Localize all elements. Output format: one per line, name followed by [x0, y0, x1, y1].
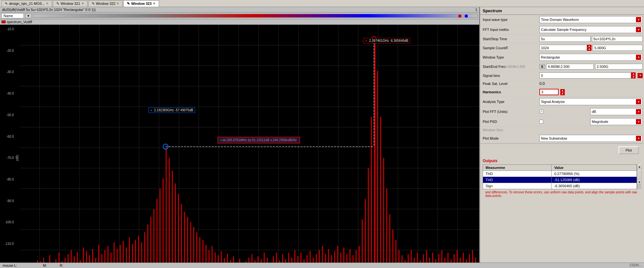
tab-w321[interactable]: ✎ Window 321 ✕ [53, 0, 88, 7]
window-type-value[interactable]: Rectangular ▼ [538, 52, 644, 62]
plot-fft-unit-text: dB [592, 110, 596, 114]
tab-w322[interactable]: ✎ Window 322 ✕ [88, 0, 123, 7]
svg-rect-66 [123, 241, 124, 263]
svg-rect-163 [420, 260, 421, 263]
plot-fft-unit-arrow[interactable]: ▼ [636, 109, 641, 114]
svg-rect-106 [245, 261, 246, 263]
harmonics-label: Harmonics [480, 88, 538, 97]
signal-bins-arrow[interactable]: ▼ [638, 73, 643, 78]
sample-freq-input[interactable] [593, 45, 643, 51]
fft-input-value[interactable]: Calculate Sample Frequency ▼ [538, 25, 644, 35]
sample-count-input[interactable] [539, 45, 587, 51]
svg-rect-65 [120, 245, 121, 263]
svg-rect-42 [49, 255, 50, 263]
scrollbar-thumb[interactable] [638, 170, 641, 179]
svg-rect-116 [276, 253, 277, 263]
plot-mode-text: New Subwindow [541, 136, 567, 140]
plot-mode-value[interactable]: New Subwindow ▼ [538, 134, 644, 143]
svg-rect-164 [423, 254, 424, 263]
spinner-up[interactable]: ▲ [587, 45, 592, 48]
harmonics-value[interactable]: ▲ ▼ [538, 88, 644, 97]
signal-bins-up[interactable]: ▲ [631, 72, 636, 76]
status-bar: mouse L: M: R: CSDN... [0, 263, 644, 268]
harmonics-down[interactable]: ▼ [560, 92, 565, 95]
scrollbar-up-arrow[interactable]: ▲ [638, 164, 641, 169]
startEnd-label: Start/End Frec4.883M:2.500 [480, 62, 538, 71]
peak-sat-value[interactable]: 0.0 [538, 80, 644, 88]
input-wave-label: Input wave type [480, 15, 538, 25]
sample-count-spinner[interactable]: ▲ ▼ [587, 45, 592, 51]
svg-rect-133 [328, 249, 329, 263]
analysis-type-arrow[interactable]: ▼ [636, 99, 641, 104]
end-freq-input[interactable] [595, 64, 643, 69]
tab-design-close[interactable]: ✕ [46, 2, 49, 5]
startStop-value[interactable] [538, 35, 644, 43]
outputs-scrollbar[interactable]: ▲ ▼ [637, 164, 641, 189]
spinner-down[interactable]: ▼ [587, 48, 592, 51]
table-row[interactable]: THD 0.27780856 (%) [483, 171, 637, 177]
tab-design[interactable]: ✎ design_lqin_21 MOS... ✕ [1, 0, 52, 7]
filter-button[interactable]: ▼ [25, 14, 32, 18]
svg-rect-144 [362, 219, 363, 263]
svg-rect-55 [89, 255, 90, 263]
analysis-type-dropdown[interactable]: Signal Analysis ▼ [539, 98, 643, 105]
output-row0-col1: THD [483, 171, 552, 177]
csdn-label: CSDN... [630, 263, 641, 267]
startEnd-value[interactable]: S [538, 62, 644, 71]
plot-mode-dropdown[interactable]: New Subwindow ▼ [539, 135, 643, 142]
svg-rect-145 [365, 199, 366, 263]
signal-bins-input[interactable] [539, 72, 631, 79]
settings-grid: Input wave type Time Domain Waveform ▼ F… [480, 15, 644, 144]
svg-rect-74 [147, 225, 148, 263]
window-type-label: Window Type [480, 52, 538, 62]
signal-bins-down[interactable]: ▼ [631, 76, 636, 79]
scrollbar-down-arrow[interactable]: ▼ [638, 180, 641, 184]
tab-w321-icon: ✎ [56, 2, 59, 6]
analysis-type-value[interactable]: Signal Analysis ▼ [538, 97, 644, 107]
plot-psd-checkbox[interactable] [539, 120, 543, 124]
tab-w321-close[interactable]: ✕ [81, 2, 84, 5]
y-label-8: -90.0 [1, 199, 14, 203]
plot-fft-value[interactable]: ✓ dB ▼ [538, 107, 644, 117]
start-freq-input[interactable] [546, 64, 594, 69]
harmonics-spinner[interactable]: ▲ ▼ [560, 89, 565, 95]
plot-psd-unit-arrow[interactable]: ▼ [636, 119, 641, 124]
plot-fft-checkbox[interactable]: ✓ [539, 110, 543, 114]
name-label: Name [1, 13, 24, 18]
waveform-scrollbar[interactable] [33, 14, 478, 18]
svg-rect-83 [175, 183, 176, 263]
chart-inner[interactable]: ● 2.397461GHz -6.365646dB ● 2.192383GHz … [20, 25, 479, 263]
svg-rect-128 [313, 258, 314, 263]
table-row[interactable]: Sign -6.3656465 (dB) [483, 183, 637, 189]
svg-rect-125 [304, 259, 305, 263]
annotation-secondary-text: 2.192383GHz -57.49075dB [154, 108, 193, 112]
sample-count-value[interactable]: ▲ ▼ [538, 43, 644, 52]
fft-input-dropdown[interactable]: Calculate Sample Frequency ▼ [539, 26, 643, 33]
svg-rect-59 [101, 254, 102, 263]
input-wave-arrow[interactable]: ▼ [636, 17, 641, 22]
tab-w323-close[interactable]: ✕ [153, 2, 156, 5]
input-wave-value[interactable]: Time Domain Waveform ▼ [538, 15, 644, 25]
svg-rect-131 [322, 246, 323, 263]
plot-psd-value[interactable]: Magnitude ▼ [538, 117, 644, 127]
stop-time-input[interactable] [592, 36, 643, 42]
fft-input-arrow[interactable]: ▼ [636, 27, 641, 32]
table-row[interactable]: THD -51.125088 (dB) [483, 177, 637, 183]
start-time-input[interactable] [539, 36, 591, 42]
tab-w323[interactable]: ✎ Window 323 ✕ [123, 0, 159, 7]
tab-w322-close[interactable]: ✕ [117, 2, 119, 5]
harmonics-up[interactable]: ▲ [560, 89, 565, 92]
harmonics-input[interactable] [539, 89, 559, 95]
plot-button[interactable]: Plot [619, 146, 639, 154]
plot-fft-unit-dropdown[interactable]: dB ▼ [590, 108, 643, 115]
input-wave-dropdown[interactable]: Time Domain Waveform ▼ [539, 16, 643, 23]
svg-rect-118 [282, 254, 283, 263]
svg-rect-56 [92, 249, 93, 263]
window-type-arrow[interactable]: ▼ [636, 55, 641, 60]
plot-mode-arrow[interactable]: ▼ [636, 136, 641, 141]
svg-rect-140 [349, 249, 350, 263]
plot-psd-unit-dropdown[interactable]: Magnitude ▼ [590, 118, 643, 125]
signal-bins-spinner[interactable]: ▲ ▼ [631, 72, 636, 79]
window-type-dropdown[interactable]: Rectangular ▼ [539, 54, 643, 61]
signal-bins-value[interactable]: ▲ ▼ ▼ [538, 71, 644, 80]
